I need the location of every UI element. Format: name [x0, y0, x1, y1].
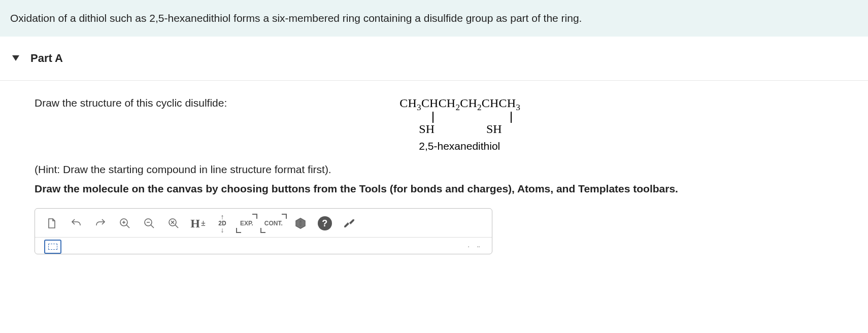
molecule-editor: H± ↑2D↓ EXP. CONT. i ? [35, 208, 492, 254]
svg-line-1 [126, 225, 129, 228]
compound-name: 2,5-hexanedithiol [399, 140, 520, 152]
svg-line-8 [175, 225, 178, 228]
help-icon[interactable]: ? [315, 215, 335, 232]
status-indicator: ⠂⠒ [468, 242, 487, 250]
instructions-text: Draw the molecule on the canvas by choos… [35, 183, 858, 195]
zoom-in-icon[interactable] [115, 215, 135, 232]
part-header[interactable]: Part A [0, 37, 868, 81]
bond-lines [399, 112, 520, 123]
prompt-row: Draw the structure of this cyclic disulf… [35, 96, 858, 153]
editor-toolbar-top: H± ↑2D↓ EXP. CONT. i ? [35, 209, 492, 238]
part-title: Part A [30, 52, 63, 65]
compound-formula: CH3CHCH2CH2CHCH3 [399, 96, 520, 113]
problem-intro: Oxidation of a dithiol such as 2,5-hexan… [0, 0, 868, 37]
svg-line-5 [151, 225, 154, 228]
caret-down-icon [12, 55, 19, 61]
2d-toggle-button[interactable]: ↑2D↓ [213, 215, 232, 232]
redo-icon[interactable] [91, 215, 110, 232]
new-document-icon[interactable] [42, 215, 61, 232]
compound-structure: CH3CHCH2CH2CHCH3 SHSH 2,5-hexanedithiol [399, 96, 520, 153]
marquee-select-icon[interactable] [44, 240, 61, 254]
fullscreen-icon[interactable] [340, 215, 359, 232]
editor-toolbar-side: ⠂⠒ [35, 238, 492, 254]
cont-button[interactable]: CONT. [261, 215, 286, 232]
exp-button[interactable]: EXP. [237, 215, 256, 232]
zoom-reset-icon[interactable] [164, 215, 183, 232]
hydrogen-toggle-button[interactable]: H± [188, 215, 208, 232]
hint-text: (Hint: Draw the starting compound in lin… [35, 163, 858, 176]
zoom-out-icon[interactable] [140, 215, 159, 232]
prompt-text: Draw the structure of this cyclic disulf… [35, 96, 227, 109]
undo-icon[interactable] [66, 215, 86, 232]
part-body: Draw the structure of this cyclic disulf… [0, 81, 868, 255]
info-icon[interactable]: i [291, 215, 310, 232]
svg-text:i: i [299, 219, 302, 227]
sh-labels: SHSH [399, 122, 520, 137]
